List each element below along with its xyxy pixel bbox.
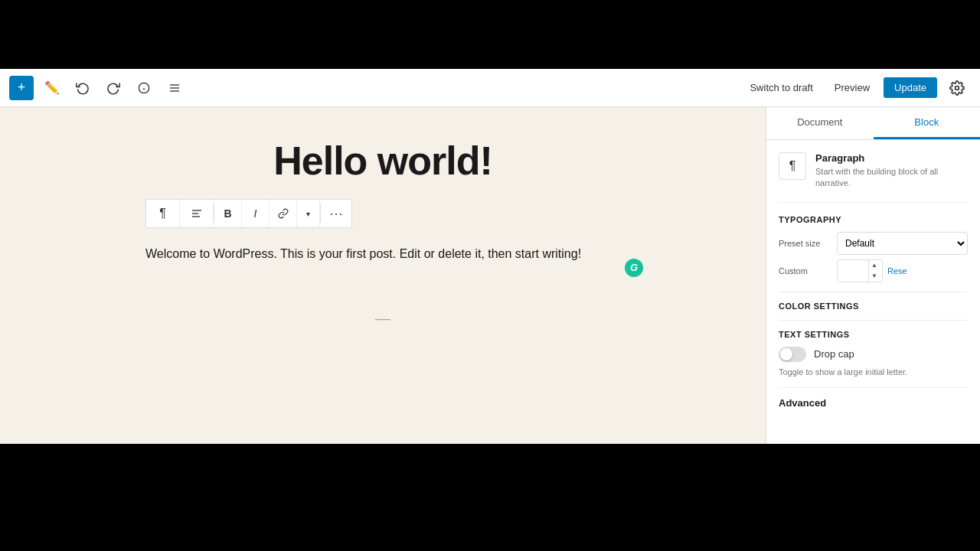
preset-size-label: Preset size xyxy=(779,239,832,248)
text-settings-section: Text settings Drop cap Toggle to show a … xyxy=(779,330,968,378)
settings-button[interactable] xyxy=(943,74,971,102)
sidebar-tabs: Document Block xyxy=(766,107,980,140)
grammarly-icon: G xyxy=(630,259,638,276)
block-description: Paragraph Start with the building block … xyxy=(815,152,968,190)
more-options-dropdown[interactable]: ▾ xyxy=(297,200,320,227)
info-button[interactable] xyxy=(132,76,156,100)
color-settings-section: Color settings xyxy=(779,302,968,311)
size-down-arrow[interactable]: ▼ xyxy=(869,271,880,282)
divider3 xyxy=(779,320,968,321)
list-view-button[interactable] xyxy=(162,76,187,100)
advanced-title[interactable]: Advanced xyxy=(779,397,968,409)
color-settings-title: Color settings xyxy=(779,302,968,311)
update-button[interactable]: Update xyxy=(884,77,937,98)
more-button[interactable]: ⋯ xyxy=(321,200,351,227)
custom-size-input[interactable] xyxy=(838,260,868,282)
block-type-icon[interactable]: ¶ xyxy=(779,152,806,180)
drop-cap-desc: Toggle to show a large initial letter. xyxy=(779,367,968,378)
custom-label: Custom xyxy=(779,266,832,276)
tools-button[interactable]: ✏️ xyxy=(40,76,64,100)
tab-document[interactable]: Document xyxy=(766,107,874,139)
preview-button[interactable]: Preview xyxy=(827,77,877,98)
typography-section: Typography Preset size Default Small Nor… xyxy=(779,215,968,282)
add-block-hint[interactable]: — xyxy=(145,310,620,328)
text-settings-title: Text settings xyxy=(779,330,968,339)
custom-size-input-wrap: ▲ ▼ xyxy=(837,259,883,282)
drop-cap-toggle-row: Drop cap xyxy=(779,347,968,362)
block-desc-text: Start with the building block of all nar… xyxy=(815,166,968,190)
svg-point-6 xyxy=(956,86,959,90)
redo-button[interactable] xyxy=(101,76,126,100)
preset-size-select[interactable]: Default Small Normal Medium Large X-Larg… xyxy=(837,232,968,255)
size-up-arrow[interactable]: ▲ xyxy=(869,260,880,271)
block-name: Paragraph xyxy=(815,152,968,164)
advanced-section: Advanced xyxy=(779,397,968,409)
block-info: ¶ Paragraph Start with the building bloc… xyxy=(779,152,968,190)
bold-button[interactable]: B xyxy=(214,200,242,227)
editor-toolbar: + ✏️ Switch to draft Preview Update xyxy=(0,69,980,107)
editor-canvas: Hello world! ¶ B I ▾ ⋯ Welcome to WordPr… xyxy=(0,107,766,444)
undo-button[interactable] xyxy=(70,76,95,100)
sidebar-panel: ¶ Paragraph Start with the building bloc… xyxy=(766,140,980,421)
post-body[interactable]: Welcome to WordPress. This is your first… xyxy=(145,243,620,264)
size-stepper: ▲ ▼ xyxy=(868,260,880,282)
divider2 xyxy=(779,292,968,292)
drop-cap-label: Drop cap xyxy=(814,348,854,360)
divider1 xyxy=(779,202,968,203)
post-content: Hello world! ¶ B I ▾ ⋯ Welcome to WordPr… xyxy=(145,138,620,328)
reset-button[interactable]: Rese xyxy=(887,266,907,276)
typography-title: Typography xyxy=(779,215,968,224)
post-title[interactable]: Hello world! xyxy=(145,138,620,184)
toggle-knob xyxy=(780,348,792,360)
paragraph-type-button[interactable]: ¶ xyxy=(146,200,180,227)
switch-to-draft-button[interactable]: Switch to draft xyxy=(742,77,820,98)
align-button[interactable] xyxy=(180,200,214,227)
tab-block[interactable]: Block xyxy=(874,107,981,139)
post-body-text: Welcome to WordPress. This is your first… xyxy=(145,243,620,264)
preset-size-row: Preset size Default Small Normal Medium … xyxy=(779,232,968,255)
divider4 xyxy=(779,387,968,388)
toolbar-right: Switch to draft Preview Update xyxy=(742,74,971,102)
drop-cap-toggle[interactable] xyxy=(779,347,806,362)
grammarly-badge[interactable]: G xyxy=(625,259,643,277)
block-toolbar: ¶ B I ▾ ⋯ xyxy=(145,199,352,228)
custom-size-row: Custom ▲ ▼ Rese xyxy=(779,259,968,282)
sidebar: Document Block ¶ Paragraph Start with th… xyxy=(766,107,980,444)
italic-button[interactable]: I xyxy=(242,200,270,227)
link-button[interactable] xyxy=(270,200,297,227)
bottom-black-bar xyxy=(0,444,980,551)
add-block-button[interactable]: + xyxy=(9,76,34,100)
